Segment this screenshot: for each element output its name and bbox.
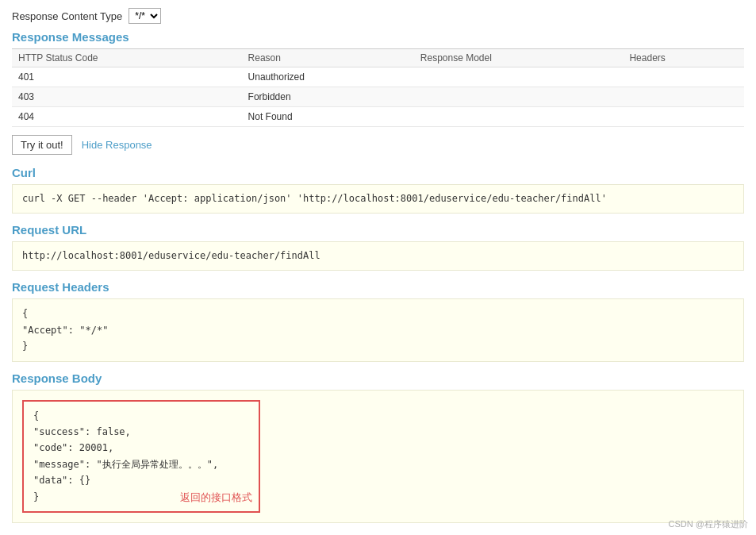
response-body-section: Response Body { "success": false, "code"… — [12, 371, 744, 523]
watermark: CSDN @程序猿进阶 — [669, 518, 748, 530]
action-buttons-row: Try it out! Hide Response — [12, 135, 744, 155]
response-body-heading: Response Body — [12, 371, 744, 385]
response-content-type-select[interactable]: */* — [129, 8, 161, 24]
table-cell-code: 403 — [12, 87, 242, 107]
request-headers-block: { "Accept": "*/*"} — [12, 298, 744, 361]
response-annotation: 返回的接口格式 — [180, 489, 252, 506]
table-cell-reason: Forbidden — [242, 87, 414, 107]
header-line: } — [22, 338, 734, 354]
response-messages-section: Response Messages HTTP Status Code Reaso… — [12, 30, 744, 127]
table-cell-model — [414, 67, 624, 87]
table-cell-model — [414, 87, 624, 107]
request-url-value: http://localhost:8001/eduservice/edu-tea… — [12, 241, 744, 271]
json-line: "data": {} — [33, 472, 249, 488]
table-cell-reason: Not Found — [242, 107, 414, 127]
json-line: "message": "执行全局异常处理。。。", — [33, 456, 249, 472]
col-header-model: Response Model — [414, 49, 624, 67]
header-line: "Accept": "*/*" — [22, 322, 734, 338]
col-header-headers: Headers — [623, 49, 744, 67]
response-content-type-label: Response Content Type — [12, 10, 122, 22]
table-cell-headers — [623, 67, 744, 87]
curl-section: Curl curl -X GET --header 'Accept: appli… — [12, 166, 744, 214]
response-content-type-row: Response Content Type */* — [12, 8, 744, 24]
table-cell-code: 404 — [12, 107, 242, 127]
response-messages-table-container: HTTP Status Code Reason Response Model H… — [12, 48, 744, 127]
try-it-out-button[interactable]: Try it out! — [12, 135, 72, 155]
curl-value: curl -X GET --header 'Accept: applicatio… — [12, 184, 744, 214]
table-cell-headers — [623, 87, 744, 107]
hide-response-link[interactable]: Hide Response — [82, 139, 152, 151]
response-messages-heading: Response Messages — [12, 30, 744, 44]
table-row: 401Unauthorized — [12, 67, 744, 87]
request-headers-heading: Request Headers — [12, 280, 744, 294]
page-container: Response Content Type */* Response Messa… — [0, 0, 756, 535]
table-row: 403Forbidden — [12, 87, 744, 107]
json-line: { — [33, 408, 249, 424]
response-body-block: { "success": false, "code": 20001, "mess… — [12, 390, 744, 523]
response-body-inner: { "success": false, "code": 20001, "mess… — [22, 400, 260, 513]
response-messages-table: HTTP Status Code Reason Response Model H… — [12, 49, 744, 127]
col-header-reason: Reason — [242, 49, 414, 67]
request-url-section: Request URL http://localhost:8001/eduser… — [12, 223, 744, 271]
table-row: 404Not Found — [12, 107, 744, 127]
table-cell-reason: Unauthorized — [242, 67, 414, 87]
header-line: { — [22, 306, 734, 321]
curl-heading: Curl — [12, 166, 744, 179]
request-headers-section: Request Headers { "Accept": "*/*"} — [12, 280, 744, 361]
table-cell-headers — [623, 107, 744, 127]
col-header-status: HTTP Status Code — [12, 49, 242, 67]
request-url-heading: Request URL — [12, 223, 744, 237]
json-line: "code": 20001, — [33, 440, 249, 456]
table-cell-code: 401 — [12, 67, 242, 87]
json-line: "success": false, — [33, 424, 249, 440]
table-cell-model — [414, 107, 624, 127]
